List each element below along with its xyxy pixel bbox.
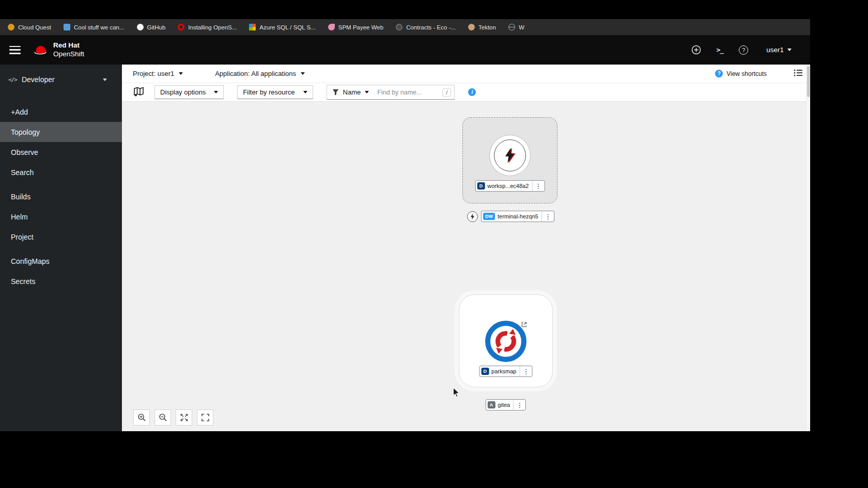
- redhat-openshift-logo[interactable]: Red Hat OpenShift: [33, 41, 84, 58]
- main-content: Project: user1 Application: All applicat…: [122, 65, 810, 431]
- fit-to-screen-button[interactable]: [176, 410, 192, 426]
- screen: Cloud Quest Cool stuff we can... GitHub …: [0, 0, 868, 488]
- caret-down-icon: [214, 91, 218, 93]
- page-scrollbar: [806, 65, 810, 431]
- kebab-menu-icon[interactable]: ⋮: [513, 400, 525, 410]
- kebab-menu-icon[interactable]: ⋮: [541, 211, 554, 222]
- display-options-dropdown[interactable]: Display options: [154, 85, 224, 99]
- bookmark-favicon: [64, 24, 70, 30]
- lightning-bolt-icon: [504, 148, 516, 163]
- sidebar-item-topology[interactable]: Topology: [0, 122, 122, 142]
- filter-by-resource-dropdown[interactable]: Filter by resource: [237, 85, 313, 99]
- name-filter-dropdown[interactable]: Name: [327, 88, 375, 96]
- parksmap-app-icon: [485, 321, 526, 362]
- bookmark-label: SPM Payee Web: [338, 24, 383, 30]
- fullscreen-button[interactable]: [197, 410, 213, 426]
- web-terminal-icon[interactable]: >_: [715, 45, 725, 55]
- add-plus-circle-icon[interactable]: [691, 45, 701, 55]
- kebab-menu-icon[interactable]: ⋮: [519, 366, 532, 376]
- globe-icon: [508, 24, 515, 30]
- bookmark-tekton[interactable]: Tekton: [468, 24, 496, 30]
- bookmark-favicon: [396, 24, 402, 30]
- bookmark-label: Cool stuff we can...: [74, 24, 125, 30]
- sidebar-item-add[interactable]: +Add: [0, 102, 122, 122]
- bookmark-favicon: [468, 24, 475, 30]
- caret-down-icon: [103, 78, 107, 81]
- sidebar-nav: </> Developer +Add Topology Observe Sear…: [0, 65, 122, 431]
- bookmark-label: Cloud Quest: [18, 24, 51, 30]
- legend-list-icon[interactable]: [794, 69, 803, 78]
- info-icon[interactable]: i: [468, 88, 476, 96]
- devworkspace-badge: DW: [483, 213, 495, 220]
- help-icon[interactable]: ?: [738, 45, 749, 55]
- deployment-badge: D: [482, 368, 489, 375]
- question-circle-icon: ?: [715, 70, 723, 77]
- bookmark-azure-sql[interactable]: Azure SQL / SQL S...: [249, 24, 315, 30]
- sidebar-item-secrets[interactable]: Secrets: [0, 271, 122, 291]
- slash-shortcut-hint: /: [442, 88, 451, 97]
- bookmark-cloud-quest[interactable]: Cloud Quest: [8, 24, 51, 30]
- bookmark-label: Contracts - Eco -...: [406, 24, 456, 30]
- bookmark-label: Tekton: [478, 24, 496, 30]
- user-menu[interactable]: user1: [766, 46, 792, 54]
- brand-line1: Red Hat: [53, 41, 84, 50]
- sidebar-item-configmaps[interactable]: ConfigMaps: [0, 251, 122, 271]
- workspace-node-label[interactable]: D worksp...ec48a2 ⋮: [475, 180, 545, 192]
- zoom-in-button[interactable]: [133, 410, 150, 426]
- bookmark-w[interactable]: W: [508, 24, 524, 30]
- gitea-node-label[interactable]: A gitea ⋮: [486, 399, 526, 411]
- workspace-decorator-icon[interactable]: [467, 211, 478, 222]
- application-dropdown-label: Application: All applications: [215, 70, 296, 77]
- parksmap-node[interactable]: D parksmap ⋮: [459, 294, 553, 387]
- caret-down-icon: [301, 72, 305, 75]
- name-filter-group: Name /: [327, 85, 455, 100]
- app-body: </> Developer +Add Topology Observe Sear…: [0, 65, 810, 431]
- parksmap-node-label[interactable]: D parksmap ⋮: [479, 366, 533, 377]
- bookmark-contracts[interactable]: Contracts - Eco -...: [396, 24, 456, 30]
- workspace-node[interactable]: D worksp...ec48a2 ⋮: [462, 117, 557, 203]
- perspective-switcher[interactable]: </> Developer: [0, 65, 122, 95]
- scrollbar-thumb[interactable]: [807, 66, 810, 97]
- username: user1: [766, 46, 784, 54]
- parksmap-label-text: parksmap: [491, 368, 516, 374]
- bookmark-favicon: [8, 24, 14, 30]
- caret-down-icon: [303, 91, 307, 93]
- bookmark-github[interactable]: GitHub: [137, 24, 166, 30]
- bookmark-cool-stuff[interactable]: Cool stuff we can...: [64, 24, 125, 30]
- sidebar-item-observe[interactable]: Observe: [0, 142, 122, 162]
- application-dropdown[interactable]: Application: All applications: [215, 70, 305, 77]
- mouse-cursor: [453, 387, 460, 400]
- caret-down-icon: [365, 91, 369, 93]
- bookmark-installing-openshift[interactable]: Installing OpenS...: [178, 24, 237, 30]
- canvas-controls: [133, 410, 213, 426]
- export-application-icon[interactable]: [133, 86, 144, 99]
- display-options-label: Display options: [160, 88, 206, 96]
- devworkspace-circle-icon: [489, 135, 531, 176]
- topology-canvas[interactable]: D worksp...ec48a2 ⋮ DW terminal-hezqn5: [122, 102, 810, 431]
- zoom-out-button[interactable]: [154, 410, 171, 426]
- bookmark-favicon: [249, 24, 256, 30]
- deployment-badge: D: [477, 182, 485, 190]
- brand-text: Red Hat OpenShift: [53, 41, 84, 58]
- refresh-arrows-icon: [495, 331, 516, 352]
- brand-line2: OpenShift: [53, 50, 84, 58]
- sidebar-item-helm[interactable]: Helm: [0, 207, 122, 227]
- sidebar-item-project[interactable]: Project: [0, 227, 122, 247]
- terminal-label-text: terminal-hezqn5: [498, 213, 538, 219]
- filter-by-resource-label: Filter by resource: [243, 88, 295, 96]
- openshift-icon: [178, 24, 184, 30]
- sidebar-item-builds[interactable]: Builds: [0, 186, 122, 207]
- kebab-menu-icon[interactable]: ⋮: [532, 181, 544, 191]
- code-brackets-icon: </>: [8, 76, 17, 83]
- caret-down-icon: [179, 72, 183, 75]
- topology-toolbar: Display options Filter by resource Name: [122, 83, 810, 102]
- view-shortcuts-link[interactable]: ? View shortcuts: [715, 70, 767, 77]
- hamburger-menu-icon[interactable]: [9, 46, 21, 54]
- terminal-node-label[interactable]: DW terminal-hezqn5 ⋮: [481, 211, 554, 222]
- project-dropdown[interactable]: Project: user1: [133, 70, 183, 77]
- sidebar-item-search[interactable]: Search: [0, 162, 122, 182]
- view-shortcuts-label: View shortcuts: [726, 70, 767, 77]
- find-by-name-input[interactable]: [374, 89, 442, 96]
- bookmark-spm-payee[interactable]: SPM Payee Web: [328, 24, 383, 30]
- bookmark-label: Azure SQL / SQL S...: [259, 24, 315, 30]
